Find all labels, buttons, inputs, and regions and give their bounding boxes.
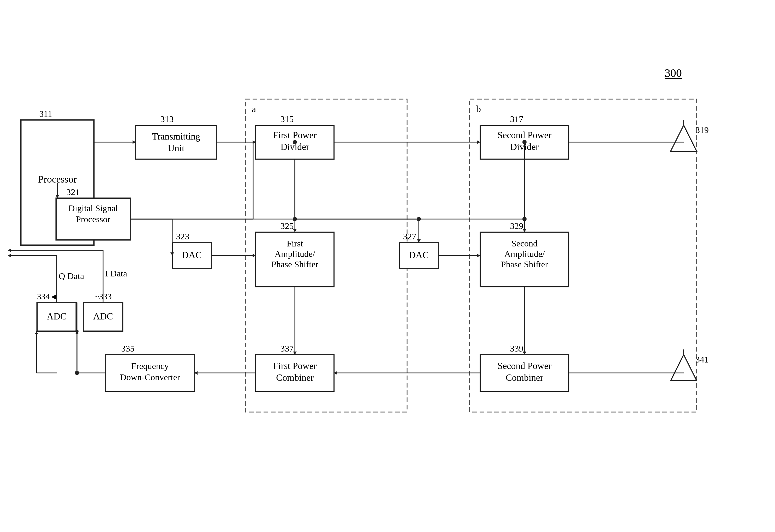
dsp-label-1: Digital Signal bbox=[68, 203, 118, 213]
antenna-341-ref: 341 bbox=[695, 355, 709, 364]
second-power-divider-label-1: Second Power bbox=[498, 130, 552, 140]
label-b: b bbox=[476, 104, 481, 114]
adc1-label: ADC bbox=[47, 311, 67, 322]
dac2-ref: 327 bbox=[403, 232, 417, 241]
dac2-label: DAC bbox=[409, 250, 429, 260]
first-power-combiner-label-2: Combiner bbox=[276, 372, 314, 383]
svg-rect-0 bbox=[0, 0, 775, 532]
second-power-combiner-ref: 339 bbox=[510, 344, 524, 353]
first-amp-phase-label-2: Amplitude/ bbox=[275, 249, 315, 259]
first-power-combiner-label-1: First Power bbox=[273, 361, 316, 371]
second-amp-phase-label-1: Second bbox=[512, 239, 538, 248]
junction-fpd-545 bbox=[293, 140, 297, 144]
dsp-label-2: Processor bbox=[76, 214, 111, 224]
first-amp-phase-ref: 325 bbox=[280, 221, 294, 231]
second-amp-phase-ref: 329 bbox=[510, 221, 524, 231]
second-amp-phase-label-3: Phase Shifter bbox=[501, 259, 548, 269]
processor-ref: 311 bbox=[39, 109, 52, 119]
second-amp-phase-label-2: Amplitude/ bbox=[505, 249, 545, 259]
freq-down-converter-ref: 335 bbox=[121, 344, 135, 353]
antenna-319-ref: 319 bbox=[695, 125, 709, 135]
diagram-container: 300 a b Processor 311 Transmitting Unit … bbox=[0, 0, 775, 532]
first-power-divider-ref: 315 bbox=[280, 114, 294, 124]
adc2-label: ADC bbox=[93, 311, 113, 322]
first-amp-phase-label-3: Phase Shifter bbox=[271, 259, 318, 269]
junction-adc2-line bbox=[75, 330, 79, 333]
transmitting-unit-ref: 313 bbox=[160, 114, 174, 124]
transmitting-unit-label-2: Unit bbox=[168, 143, 184, 153]
second-power-combiner-label-1: Second Power bbox=[498, 361, 552, 371]
adc1-ref: 334◄ bbox=[37, 292, 58, 301]
main-ref-number: 300 bbox=[665, 67, 682, 80]
first-amp-phase-label-1: First bbox=[287, 239, 303, 248]
transmitting-unit-label-1: Transmitting bbox=[152, 131, 200, 142]
transmitting-unit-block bbox=[136, 125, 216, 159]
second-power-divider-ref: 317 bbox=[510, 114, 524, 124]
first-power-combiner-ref: 337 bbox=[280, 344, 294, 353]
second-power-combiner-label-2: Combiner bbox=[506, 372, 543, 383]
dsp-ref: 321 bbox=[67, 187, 80, 197]
q-data-label: Q Data bbox=[59, 271, 84, 281]
freq-down-converter-label-2: Down-Converter bbox=[120, 372, 180, 382]
junction-spd-545 bbox=[523, 140, 527, 144]
label-a: a bbox=[252, 104, 256, 114]
dac1-label: DAC bbox=[182, 250, 202, 260]
i-data-label: I Data bbox=[105, 269, 127, 278]
dac1-ref: 323 bbox=[176, 232, 189, 241]
first-power-divider-label-1: First Power bbox=[273, 130, 316, 140]
freq-down-converter-label-1: Frequency bbox=[131, 361, 169, 371]
